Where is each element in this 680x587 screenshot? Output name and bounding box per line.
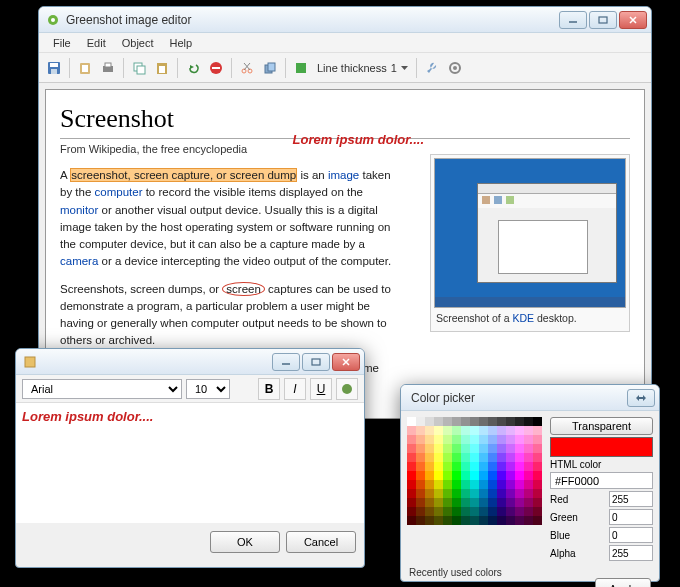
color-cell[interactable] [470, 417, 479, 426]
italic-button[interactable]: I [284, 378, 306, 400]
color-cell[interactable] [506, 516, 515, 525]
color-cell[interactable] [434, 444, 443, 453]
apply-button[interactable]: Apply [595, 578, 651, 587]
menu-help[interactable]: Help [162, 35, 201, 51]
link-kde[interactable]: KDE [512, 312, 534, 324]
color-cell[interactable] [461, 426, 470, 435]
color-cell[interactable] [488, 417, 497, 426]
color-cell[interactable] [452, 471, 461, 480]
color-cell[interactable] [515, 444, 524, 453]
color-cell[interactable] [425, 426, 434, 435]
color-cell[interactable] [407, 480, 416, 489]
color-cell[interactable] [524, 435, 533, 444]
green-input[interactable] [609, 509, 653, 525]
color-cell[interactable] [533, 516, 542, 525]
transparent-button[interactable]: Transparent [550, 417, 653, 435]
color-cell[interactable] [515, 507, 524, 516]
menu-file[interactable]: File [45, 35, 79, 51]
color-cell[interactable] [524, 462, 533, 471]
color-cell[interactable] [425, 435, 434, 444]
color-cell[interactable] [497, 417, 506, 426]
color-cell[interactable] [524, 417, 533, 426]
color-cell[interactable] [452, 516, 461, 525]
color-cell[interactable] [488, 489, 497, 498]
undo-icon[interactable] [182, 57, 204, 79]
color-cell[interactable] [443, 417, 452, 426]
color-cell[interactable] [416, 471, 425, 480]
color-cell[interactable] [443, 435, 452, 444]
bold-button[interactable]: B [258, 378, 280, 400]
color-cell[interactable] [434, 489, 443, 498]
color-cell[interactable] [452, 417, 461, 426]
color-cell[interactable] [416, 498, 425, 507]
color-cell[interactable] [488, 426, 497, 435]
blue-input[interactable] [609, 527, 653, 543]
color-cell[interactable] [434, 498, 443, 507]
color-cell[interactable] [407, 462, 416, 471]
color-cell[interactable] [452, 498, 461, 507]
color-icon[interactable] [290, 57, 312, 79]
link-camera[interactable]: camera [60, 255, 98, 267]
color-cell[interactable] [533, 417, 542, 426]
text-area[interactable]: Lorem ipsum dolor.... [16, 403, 364, 523]
color-cell[interactable] [416, 462, 425, 471]
menu-object[interactable]: Object [114, 35, 162, 51]
maximize-button[interactable] [589, 11, 617, 29]
color-cell[interactable] [416, 453, 425, 462]
color-cell[interactable] [497, 471, 506, 480]
copy-icon[interactable] [128, 57, 150, 79]
texted-close-button[interactable] [332, 353, 360, 371]
color-cell[interactable] [452, 489, 461, 498]
color-cell[interactable] [515, 417, 524, 426]
alpha-input[interactable] [609, 545, 653, 561]
colpick-close-button[interactable] [627, 389, 655, 407]
color-cell[interactable] [506, 435, 515, 444]
color-cell[interactable] [425, 471, 434, 480]
color-cell[interactable] [416, 444, 425, 453]
color-cell[interactable] [470, 435, 479, 444]
color-cell[interactable] [506, 462, 515, 471]
color-cell[interactable] [407, 498, 416, 507]
color-cell[interactable] [407, 507, 416, 516]
color-cell[interactable] [524, 498, 533, 507]
color-cell[interactable] [533, 444, 542, 453]
color-cell[interactable] [443, 444, 452, 453]
color-cell[interactable] [515, 426, 524, 435]
color-cell[interactable] [452, 435, 461, 444]
color-cell[interactable] [425, 516, 434, 525]
color-cell[interactable] [434, 426, 443, 435]
color-cell[interactable] [461, 462, 470, 471]
font-family-select[interactable]: Arial [22, 379, 182, 399]
color-cell[interactable] [506, 426, 515, 435]
color-cell[interactable] [497, 435, 506, 444]
print-icon[interactable] [97, 57, 119, 79]
color-cell[interactable] [461, 417, 470, 426]
cut-icon[interactable] [236, 57, 258, 79]
color-cell[interactable] [416, 516, 425, 525]
color-cell[interactable] [488, 471, 497, 480]
color-cell[interactable] [434, 480, 443, 489]
color-cell[interactable] [470, 471, 479, 480]
color-cell[interactable] [533, 453, 542, 462]
color-cell[interactable] [533, 426, 542, 435]
color-cell[interactable] [497, 498, 506, 507]
cancel-button[interactable]: Cancel [286, 531, 356, 553]
color-cell[interactable] [488, 507, 497, 516]
color-cell[interactable] [515, 516, 524, 525]
color-cell[interactable] [479, 417, 488, 426]
color-cell[interactable] [434, 471, 443, 480]
color-cell[interactable] [443, 462, 452, 471]
color-cell[interactable] [443, 498, 452, 507]
minimize-button[interactable] [559, 11, 587, 29]
color-cell[interactable] [524, 471, 533, 480]
color-cell[interactable] [488, 498, 497, 507]
color-cell[interactable] [407, 417, 416, 426]
color-cell[interactable] [524, 516, 533, 525]
texted-maximize-button[interactable] [302, 353, 330, 371]
color-cell[interactable] [479, 471, 488, 480]
color-cell[interactable] [434, 453, 443, 462]
color-cell[interactable] [452, 480, 461, 489]
color-cell[interactable] [407, 426, 416, 435]
color-cell[interactable] [443, 471, 452, 480]
color-cell[interactable] [497, 516, 506, 525]
